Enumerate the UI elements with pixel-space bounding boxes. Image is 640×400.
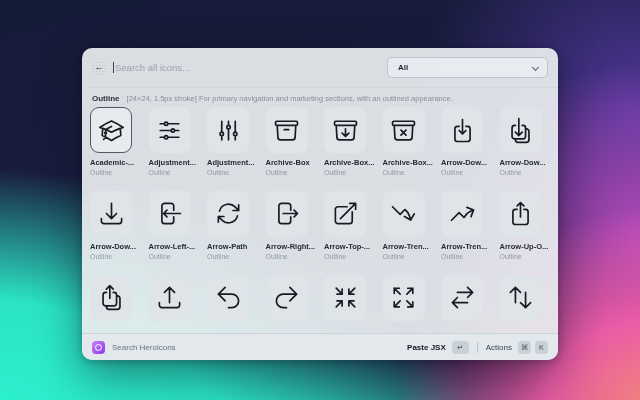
category-filter-dropdown[interactable]: All — [387, 57, 548, 78]
icon-variant-label: Outline — [441, 168, 483, 177]
archive-box-x-mark-icon — [383, 107, 425, 153]
arrow-top-right-on-square-icon — [324, 191, 366, 237]
paste-jsx-action[interactable]: Paste JSX — [407, 343, 446, 352]
icon-label: Arrow-Right... — [266, 242, 308, 252]
icon-label: Adjustment... — [149, 158, 191, 168]
icon-grid-item-academic-cap[interactable]: Academic-... Outline — [90, 107, 132, 177]
icon-grid-item-arrow-up-on-square[interactable]: Arrow-Up-O... Outline — [500, 191, 542, 261]
icon-grid-item-arrows-right-left[interactable] — [441, 275, 483, 326]
section-description: [24×24, 1.5px stroke] For primary naviga… — [127, 94, 453, 103]
icon-variant-label: Outline — [266, 252, 308, 261]
icon-grid-item-arrow-trending-up[interactable]: Arrow-Tren... Outline — [441, 191, 483, 261]
arrow-uturn-right-icon — [266, 275, 308, 321]
arrow-down-tray-icon — [90, 191, 132, 237]
heroicons-logo-icon — [92, 341, 105, 354]
icon-label: Arrow-Up-O... — [500, 242, 542, 252]
k-key-badge: K — [535, 341, 548, 354]
arrow-left-on-rectangle-icon — [149, 191, 191, 237]
icon-grid-item-archive-box-x-mark[interactable]: Archive-Box... Outline — [383, 107, 425, 177]
archive-box-icon — [266, 107, 308, 153]
icon-grid-item-adjustments-horizontal[interactable]: Adjustment... Outline — [149, 107, 191, 177]
footer-brand-label: Search Heroicons — [112, 343, 176, 352]
back-button[interactable]: ← — [92, 61, 106, 75]
arrows-right-left-icon — [441, 275, 483, 321]
icon-grid-item-arrows-pointing-out[interactable] — [383, 275, 425, 326]
icon-variant-label: Outline — [324, 252, 366, 261]
section-title: Outline — [92, 94, 120, 103]
icon-variant-label: Outline — [207, 168, 249, 177]
icon-label: Arrow-Dow... — [500, 158, 542, 168]
icon-variant-label: Outline — [149, 168, 191, 177]
arrow-uturn-left-icon — [207, 275, 249, 321]
footer-bar: Search Heroicons Paste JSX ↵ Actions ⌘ K — [82, 333, 558, 360]
dropdown-selected-value: All — [398, 63, 408, 72]
icon-grid-item-arrow-right-on-rectangle[interactable]: Arrow-Right... Outline — [266, 191, 308, 261]
icon-label: Arrow-Tren... — [441, 242, 483, 252]
adjustments-vertical-icon — [207, 107, 249, 153]
icon-grid-item-arrow-top-right-on-square[interactable]: Arrow-Top-... Outline — [324, 191, 366, 261]
arrow-path-icon — [207, 191, 249, 237]
cmd-key-badge: ⌘ — [518, 341, 531, 354]
academic-cap-icon — [90, 107, 132, 153]
footer-actions: Paste JSX ↵ Actions ⌘ K — [407, 341, 548, 354]
arrows-pointing-in-icon — [324, 275, 366, 321]
icon-variant-label: Outline — [383, 252, 425, 261]
icon-grid-item-archive-box-arrow-down[interactable]: Archive-Box... Outline — [324, 107, 366, 177]
arrow-up-on-square-stack-icon — [90, 275, 132, 321]
chevron-down-icon — [532, 64, 539, 71]
arrow-down-on-square-icon — [441, 107, 483, 153]
archive-box-arrow-down-icon — [324, 107, 366, 153]
icon-grid-item-arrows-up-down[interactable] — [500, 275, 542, 326]
icon-grid-item-arrows-pointing-in[interactable] — [324, 275, 366, 326]
icon-variant-label: Outline — [90, 252, 132, 261]
arrow-up-tray-icon — [149, 275, 191, 321]
arrows-up-down-icon — [500, 275, 542, 321]
icon-variant-label: Outline — [149, 252, 191, 261]
arrow-trending-down-icon — [383, 191, 425, 237]
enter-key-badge: ↵ — [452, 341, 469, 354]
icon-grid-item-arrow-up-tray[interactable] — [149, 275, 191, 326]
icon-variant-label: Outline — [500, 168, 542, 177]
icon-grid-item-arrow-left-on-rectangle[interactable]: Arrow-Left-... Outline — [149, 191, 191, 261]
search-bar: ← All — [82, 48, 558, 88]
back-arrow-icon: ← — [95, 63, 104, 72]
icon-grid-item-arrow-uturn-left[interactable] — [207, 275, 249, 326]
icon-grid-item-adjustments-vertical[interactable]: Adjustment... Outline — [207, 107, 249, 177]
icon-label: Academic-... — [90, 158, 132, 168]
search-input[interactable] — [115, 62, 380, 73]
arrow-trending-up-icon — [441, 191, 483, 237]
icon-label: Arrow-Dow... — [90, 242, 132, 252]
heroicons-search-palette: ← All Outline [24×24, 1.5px stroke] For … — [82, 48, 558, 360]
icon-label: Arrow-Dow... — [441, 158, 483, 168]
icon-variant-label: Outline — [207, 252, 249, 261]
adjustments-horizontal-icon — [149, 107, 191, 153]
arrow-down-on-square-stack-icon — [500, 107, 542, 153]
search-input-wrap — [113, 62, 380, 73]
icon-variant-label: Outline — [324, 168, 366, 177]
footer-divider — [477, 342, 478, 353]
icon-variant-label: Outline — [90, 168, 132, 177]
icon-label: Arrow-Left-... — [149, 242, 191, 252]
icon-grid-item-arrow-down-on-square-stack[interactable]: Arrow-Dow... Outline — [500, 107, 542, 177]
icon-grid-item-arrow-trending-down[interactable]: Arrow-Tren... Outline — [383, 191, 425, 261]
icon-grid-item-arrow-uturn-right[interactable] — [266, 275, 308, 326]
text-caret — [113, 62, 114, 73]
icon-label: Arrow-Top-... — [324, 242, 366, 252]
icon-grid-item-arrow-up-on-square-stack[interactable] — [90, 275, 132, 326]
icon-label: Archive-Box — [266, 158, 308, 168]
icon-variant-label: Outline — [500, 252, 542, 261]
icon-label: Adjustment... — [207, 158, 249, 168]
section-header: Outline [24×24, 1.5px stroke] For primar… — [82, 88, 558, 106]
icon-label: Archive-Box... — [383, 158, 425, 168]
arrow-right-on-rectangle-icon — [266, 191, 308, 237]
icon-grid-item-arrow-down-on-square[interactable]: Arrow-Dow... Outline — [441, 107, 483, 177]
icon-grid-item-arrow-down-tray[interactable]: Arrow-Dow... Outline — [90, 191, 132, 261]
icon-grid-item-archive-box[interactable]: Archive-Box Outline — [266, 107, 308, 177]
icon-label: Arrow-Path — [207, 242, 249, 252]
icon-variant-label: Outline — [441, 252, 483, 261]
icon-grid-item-arrow-path[interactable]: Arrow-Path Outline — [207, 191, 249, 261]
actions-menu-button[interactable]: Actions — [486, 343, 512, 352]
arrows-pointing-out-icon — [383, 275, 425, 321]
icon-label: Arrow-Tren... — [383, 242, 425, 252]
icon-label: Archive-Box... — [324, 158, 366, 168]
